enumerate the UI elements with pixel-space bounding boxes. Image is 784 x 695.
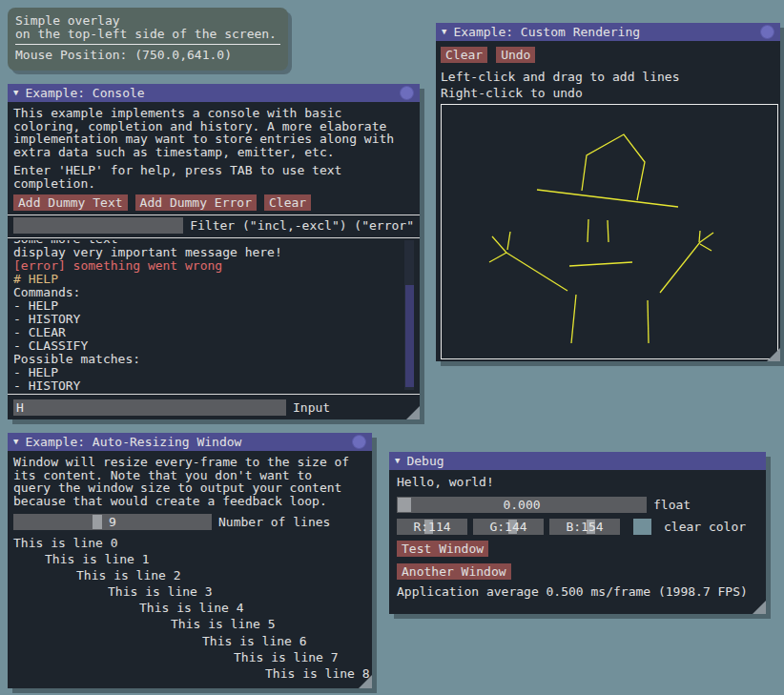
window-title: Example: Console [25,86,144,100]
log-line: [error] something went wrong [13,259,414,273]
clear-button[interactable]: Clear [441,47,487,63]
close-button[interactable] [400,86,414,100]
collapse-arrow-icon[interactable]: ▼ [13,89,18,97]
simple-overlay-panel: Simple overlay on the top-left side of t… [8,8,288,71]
resize-grip[interactable] [359,675,372,688]
log-line: - CLASSIFY [13,339,414,353]
stick-figure-drawing [442,105,777,358]
red-drag[interactable]: R:114 [397,519,467,535]
clear-button[interactable]: Clear [264,194,311,211]
collapse-arrow-icon[interactable]: ▼ [13,438,18,446]
console-log: Some more textdisplay very important mes… [13,240,414,390]
auto-resizing-window: ▼ Example: Auto-Resizing Window Window w… [8,433,372,688]
drawn-line [507,232,510,250]
text-line: This is line 6 [13,633,366,649]
clear-color-swatch[interactable] [633,519,651,535]
filter-label: Filter ("incl,-excl") ("error" [190,218,414,233]
separator [8,237,420,238]
text-line: completion. [13,177,414,191]
log-line: - HISTORY [13,379,414,390]
auto-resizing-titlebar[interactable]: ▼ Example: Auto-Resizing Window [8,433,372,451]
close-button[interactable] [760,25,774,39]
text-line: This example implements a console with b… [13,107,414,120]
text-line: Left-click and drag to add lines [441,69,775,85]
resize-grip[interactable] [406,406,420,419]
add-dummy-text-button[interactable]: Add Dummy Text [13,194,128,211]
separator [8,394,420,395]
log-line: - CLEAR [13,326,414,339]
custom-rendering-titlebar[interactable]: ▼ Example: Custom Rendering [436,23,780,41]
drawn-line [571,295,576,343]
close-button[interactable] [352,435,366,449]
drawing-canvas[interactable] [441,104,778,359]
float-slider[interactable]: 0.000 [397,497,647,513]
text-line: This is line 7 [13,649,366,665]
blue-drag[interactable]: B:154 [549,519,620,535]
number-of-lines-slider[interactable]: 9 [13,514,212,530]
separator [8,215,420,215]
red-value: R:114 [413,520,450,534]
text-line: Window will resize every-frame to the si… [13,456,366,469]
text-line: its content. Note that you don't want to [13,469,366,482]
drawn-line [648,300,649,343]
hello-world-text: Hello, world! [397,476,494,489]
input-label: Input [293,400,330,415]
log-line: - HELP [13,299,414,313]
resize-grip[interactable] [767,348,780,361]
green-drag[interactable]: G:144 [473,519,544,535]
slider-value: 9 [109,515,116,529]
text-line: coloring, completion and history. A more… [13,120,414,133]
console-titlebar[interactable]: ▼ Example: Console [8,84,420,102]
fps-stats-text: Application average 0.500 ms/frame (1998… [397,585,748,599]
overlay-text: Simple overlay on the top-left side of t… [15,14,280,40]
filter-row: Filter ("incl,-excl") ("error" [13,217,414,234]
scrollbar-thumb[interactable] [405,285,414,387]
drawn-line [700,244,712,251]
green-value: G:144 [489,520,526,534]
text-line: This is line 5 [13,616,366,632]
filter-input[interactable] [13,217,183,234]
number-of-lines-slider-row: 9 Number of lines [13,514,366,530]
window-title: Example: Custom Rendering [453,25,640,39]
text-line: This is line 1 [13,551,366,567]
slider-grab[interactable] [93,515,102,529]
drawn-line [660,242,700,293]
scrollbar[interactable] [404,240,414,390]
undo-button[interactable]: Undo [496,47,535,63]
log-line: Commands: [13,286,414,299]
debug-titlebar[interactable]: ▼ Debug [389,452,766,470]
another-window-button[interactable]: Another Window [397,563,511,580]
console-button-row: Add Dummy Text Add Dummy Error Clear [13,194,414,211]
text-line: because that would create a feedback loo… [13,495,366,508]
log-line: - HISTORY [13,313,414,326]
console-input[interactable] [13,399,286,416]
collapse-arrow-icon[interactable]: ▼ [442,28,446,36]
console-window: ▼ Example: Console This example implemen… [8,84,420,419]
float-slider-row: 0.000 float [397,497,691,513]
console-input-row: Input [13,399,414,416]
text-line: This is line 4 [13,600,366,616]
log-line: display very important message here! [13,246,414,259]
log-line: # HELP [13,273,414,286]
slider-value: 0.000 [503,498,540,512]
text-line: This is line 8 [13,665,366,682]
render-button-row: Clear Undo [441,47,775,63]
test-window-button[interactable]: Test Window [397,541,488,557]
collapse-arrow-icon[interactable]: ▼ [395,457,400,465]
drawn-line [506,253,567,291]
slider-grab[interactable] [398,498,411,512]
clear-color-row: R:114 G:144 B:154 clear color [397,519,746,535]
text-line: This is line 2 [13,567,366,583]
text-line: Enter 'HELP' for help, press TAB to use … [13,164,414,177]
window-title: Debug [406,454,444,468]
overlay-line: on the top-left side of the screen. [15,28,280,41]
drawn-line [489,253,506,262]
mouse-position-text: Mouse Position: (750.0,641.0) [15,49,280,62]
drawn-line [582,134,645,200]
drawn-line [492,236,506,253]
resize-grip[interactable] [753,601,766,614]
add-dummy-error-button[interactable]: Add Dummy Error [135,194,257,211]
text-line: extra data such as timestamp, emitter, e… [13,146,414,159]
window-title: Example: Auto-Resizing Window [25,435,241,449]
blue-value: B:154 [566,520,603,534]
